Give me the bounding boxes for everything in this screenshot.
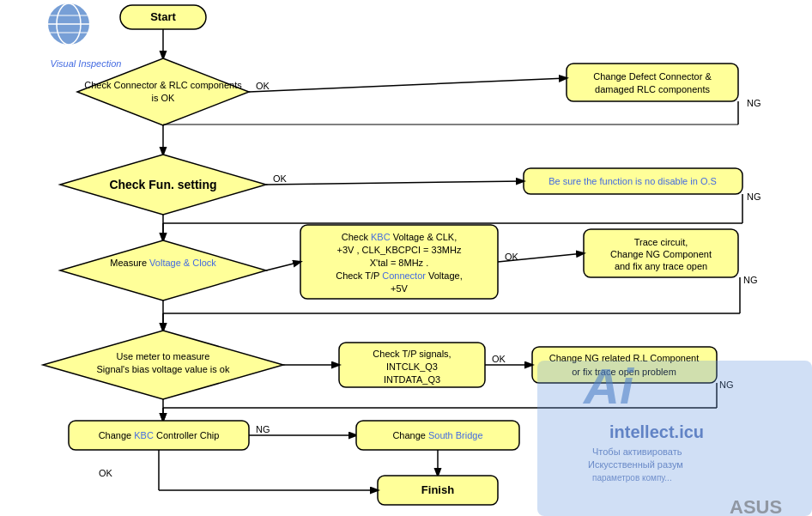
svg-text:Чтобы активировать: Чтобы активировать — [592, 446, 682, 457]
svg-text:+5V: +5V — [391, 283, 409, 294]
svg-text:Искусственный разум: Искусственный разум — [588, 459, 683, 470]
ok-label-3: OK — [505, 252, 519, 262]
ng-label-3: NG — [743, 275, 758, 285]
svg-text:intellect.icu: intellect.icu — [609, 422, 704, 441]
svg-text:INTDATA_Q3: INTDATA_Q3 — [384, 374, 440, 385]
svg-text:and fix any trace open: and fix any trace open — [615, 261, 707, 271]
ok-label-5: OK — [99, 468, 113, 478]
svg-text:INTCLK_Q3: INTCLK_Q3 — [386, 361, 438, 372]
change-south-label: Change South Bridge — [392, 430, 482, 440]
svg-text:X'tal = 8MHz .: X'tal = 8MHz . — [370, 258, 428, 268]
ng-label-2: NG — [747, 191, 761, 202]
svg-text:is OK: is OK — [152, 93, 176, 103]
change-defect-label: Change Defect Connector & — [593, 71, 712, 82]
ok-label-1: OK — [256, 81, 270, 91]
be-sure-label: Be sure the function is no disable in O.… — [548, 176, 717, 186]
svg-text:Check T/P Connector Voltage,: Check T/P Connector Voltage, — [336, 270, 463, 281]
svg-line-30 — [266, 262, 300, 270]
check-tp-label: Check T/P signals, — [373, 349, 451, 359]
svg-text:Signal's bias voltage value is: Signal's bias voltage value is ok — [97, 364, 230, 374]
ok-label-4: OK — [492, 354, 506, 364]
start-label: Start — [150, 10, 176, 23]
svg-text:ASUS: ASUS — [730, 496, 782, 516]
ng-label-1: NG — [747, 98, 761, 108]
svg-rect-9 — [567, 64, 738, 101]
ok-label-2: OK — [273, 173, 288, 184]
check-kbc-label: Check KBC Voltage & CLK, — [342, 232, 458, 242]
finish-label: Finish — [421, 483, 454, 496]
svg-text:параметров компу...: параметров компу... — [592, 473, 672, 483]
check-connector-label: Check Connector & RLC components — [84, 80, 242, 90]
svg-text:Ai: Ai — [582, 358, 635, 414]
visual-inspection-label: Visual Inspection — [51, 58, 122, 69]
check-fun-label: Check Fun. setting — [109, 178, 216, 191]
svg-text:damaged RLC components: damaged RLC components — [595, 84, 710, 94]
trace-circuit-label: Trace circuit, — [634, 237, 688, 247]
use-meter-label: Use meter to measure — [117, 351, 210, 361]
measure-voltage-label: Measure Voltage & Clock — [110, 258, 216, 268]
ng-label-5: NG — [256, 424, 270, 434]
svg-text:+3V , CLK_KBCPCI = 33MHz: +3V , CLK_KBCPCI = 33MHz — [337, 245, 462, 255]
svg-marker-20 — [60, 240, 266, 300]
svg-line-11 — [249, 78, 567, 92]
change-kbc-label: Change KBC Controller Chip — [99, 430, 220, 440]
svg-line-15 — [266, 181, 524, 185]
svg-text:Change NG Component: Change NG Component — [610, 249, 712, 259]
